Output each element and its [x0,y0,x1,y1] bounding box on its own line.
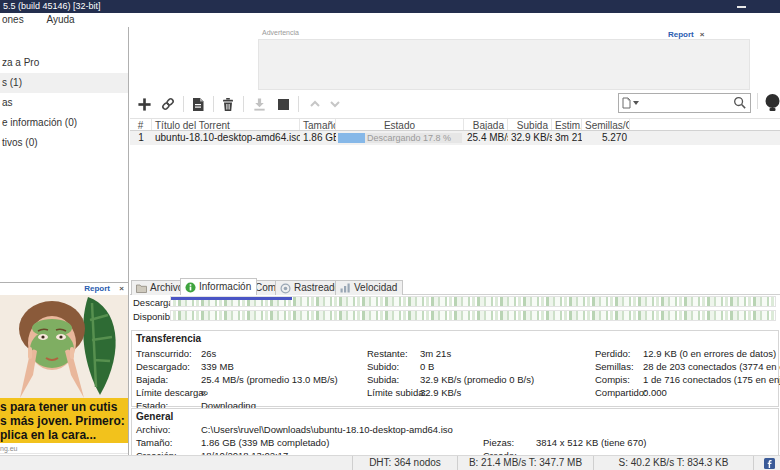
transfer-title: Transferencia [132,331,778,344]
lightbulb-icon [764,93,780,112]
status-download-total: B: 21.4 MB/s T: 347.7 MB [457,456,593,470]
sidebar-item-torrents[interactable]: s (1) [0,73,128,93]
start-download-button[interactable] [248,94,270,114]
sidebar-item-labels[interactable]: as [0,93,128,113]
minimize-button[interactable] [737,6,746,8]
status-upload-total: S: 40.2 KB/s T: 834.3 KB [593,456,753,470]
remove-torrent-button[interactable] [217,94,239,114]
status-bar: DHT: 364 nodos B: 21.4 MB/s T: 347.7 MB … [0,455,780,470]
transfer-groupbox: Transferencia Transcurrido:26s Descargad… [131,330,779,407]
top-ad-report-link[interactable]: Report [668,30,694,39]
column-up-speed[interactable]: Subida [508,119,552,130]
general-groupbox: General Archivo:C:\Users\ruvel\Downloads… [131,408,779,455]
column-seeds-peers[interactable]: Semillas/Co... [582,119,630,130]
torrent-number: 1 [130,131,152,145]
general-right-column: Piezas:3814 x 512 KB (tiene 670) Creado: [483,436,646,455]
search-scope-dropdown-caret[interactable] [633,101,639,105]
sidebar-item-feeds[interactable]: e información (0) [0,113,128,133]
torrent-table-header: # Título del Torrent Tamaño Estado Bajad… [130,118,780,131]
top-ad-caption: Advertencia [262,29,299,36]
torrent-down-speed: 25.4 MB/s [464,131,508,145]
create-torrent-button[interactable] [187,94,209,114]
face-mask-ad-illustration [0,295,128,398]
torrent-progress-fill [338,133,365,143]
ad-text-line3: plica en la cara... [0,428,128,442]
new-document-icon [191,97,205,112]
tracker-icon [280,283,291,294]
torrent-status-text: Descargando 17.8 % [367,133,451,143]
info-icon [185,282,196,293]
download-arrow-icon [252,97,267,112]
ad-image[interactable] [0,295,128,398]
ad-report-link[interactable]: Report [84,284,110,293]
top-ad-close-icon[interactable]: × [700,30,705,39]
move-down-queue-button[interactable] [324,94,346,114]
search-scope-document-icon[interactable] [622,97,631,109]
column-status[interactable]: Estado [336,119,464,130]
downloaded-bar [170,296,776,307]
torrent-row[interactable]: 1 ubuntu-18.10-desktop-amd64.iso 1.86 GB… [130,131,780,145]
detail-tabs: Archivos Información Compis Rastreadores… [130,278,780,295]
search-box [618,93,751,113]
move-up-queue-button[interactable] [304,94,326,114]
search-input[interactable] [642,98,733,109]
stop-square-icon [277,98,290,111]
facebook-button[interactable] [764,458,775,469]
sidebar: za a Pro s (1) as e información (0) tivo… [0,27,129,283]
torrent-progress-bar: Descargando 17.8 % [338,133,462,143]
ad-text-banner[interactable]: s para tener un cutis s más joven. Prime… [0,398,128,443]
ad-text-line2: s más joven. Primero: [0,414,128,428]
transfer-right-column: Perdido:12.9 KB (0 en errores de datos) … [595,347,780,399]
torrent-eta: 3m 21s [552,131,582,145]
status-dht: DHT: 364 nodos [352,456,457,470]
facebook-icon [764,458,775,469]
available-bar [170,310,776,321]
ad-text-line1: s para tener un cutis [0,400,128,414]
menu-bar: ones Ayuda [0,13,780,27]
downloaded-progress-strip [171,297,292,300]
sidebar-ad: Report × s para tener un cutis s más jov… [0,283,129,455]
column-size[interactable]: Tamaño [300,119,336,130]
window-title: 5.5 (build 45146) [32-bit] [3,1,101,11]
general-left-column: Archivo:C:\Users\ruvel\Downloads\ubuntu-… [136,423,453,455]
column-title[interactable]: Título del Torrent [152,119,300,130]
speed-chart-icon [340,283,351,293]
sidebar-item-devices[interactable]: tivos (0) [0,133,128,153]
torrent-size: 1.86 GB [300,131,336,145]
ad-domain: ng.eu [0,443,128,454]
top-ad-area[interactable] [258,39,750,90]
search-icon[interactable] [733,96,747,110]
transfer-middle-column: Restante:3m 21s Subido:0 B Subida:32.9 K… [367,347,534,399]
title-bar: 5.5 (build 45146) [32-bit] [0,0,780,13]
ad-close-icon[interactable]: × [119,284,124,293]
hint-button[interactable] [763,92,780,112]
add-torrent-button[interactable] [133,94,155,114]
link-icon [160,96,176,112]
tab-velocidad[interactable]: Velocidad [335,280,403,295]
add-from-url-button[interactable] [157,94,179,114]
tab-informacion[interactable]: Información [180,278,257,295]
menu-item-ayuda[interactable]: Ayuda [40,13,80,27]
torrent-up-speed: 32.9 KB/s [508,131,552,145]
main-content: Advertencia Report× [130,27,780,455]
files-icon [136,283,147,293]
chevron-down-icon [329,99,341,109]
transfer-left-column: Transcurrido:26s Descargado:339 MB Bajad… [136,347,338,412]
stop-button[interactable] [272,94,294,114]
torrent-seeds: 5.270 [582,131,630,145]
plus-icon [137,97,152,112]
sidebar-item-upgrade-pro[interactable]: za a Pro [0,53,128,73]
menu-item-opciones[interactable]: ones [0,13,30,27]
column-down-speed[interactable]: Bajada [464,119,508,130]
torrent-title: ubuntu-18.10-desktop-amd64.iso [152,131,300,145]
chevron-up-icon [309,99,321,109]
file-path: C:\Users\ruvel\Downloads\ubuntu-18.10-de… [201,424,453,435]
column-eta[interactable]: Estim... [552,119,582,130]
trash-icon [221,97,235,112]
column-number[interactable]: # [130,119,152,130]
general-title: General [132,409,778,422]
